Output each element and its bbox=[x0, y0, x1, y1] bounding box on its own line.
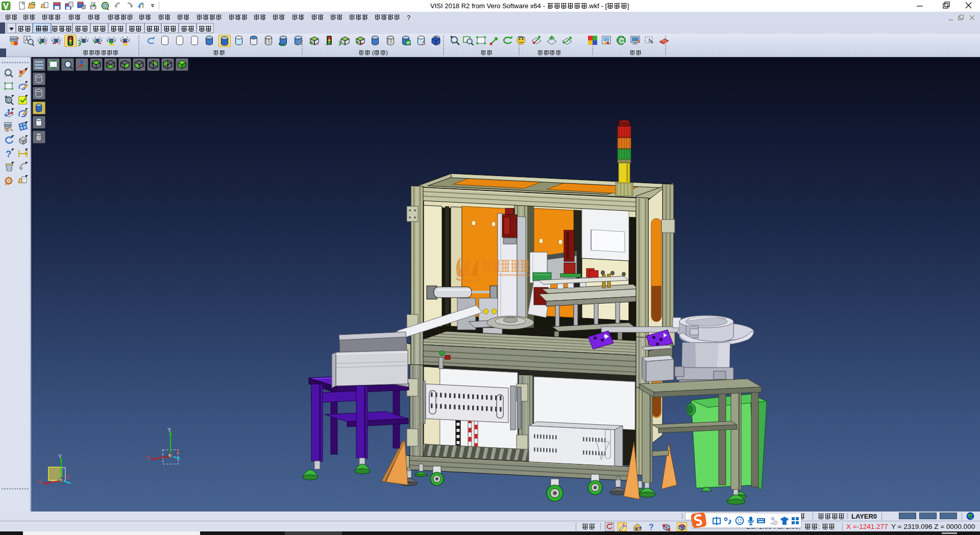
svg-text:X: X bbox=[38, 479, 42, 485]
svg-text:7: 7 bbox=[774, 521, 777, 525]
svg-text:Z: Z bbox=[66, 474, 69, 480]
svg-text:Y: Y bbox=[167, 427, 172, 433]
svg-text:X: X bbox=[146, 454, 150, 460]
svg-text:Y: Y bbox=[58, 453, 62, 459]
svg-text:Z: Z bbox=[176, 450, 179, 455]
svg-text:?: ? bbox=[649, 523, 654, 531]
